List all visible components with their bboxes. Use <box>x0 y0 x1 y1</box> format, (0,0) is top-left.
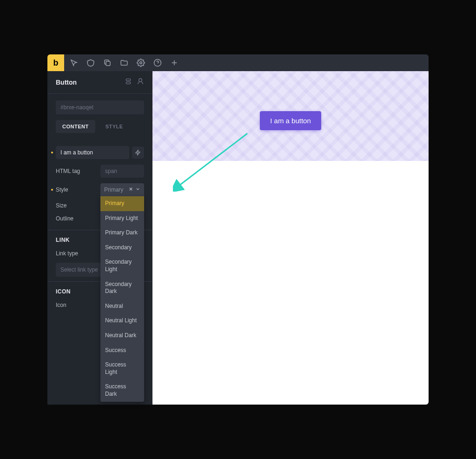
top-toolbar: b <box>47 54 429 71</box>
structure-icon[interactable] <box>125 78 132 87</box>
cursor-icon[interactable] <box>66 54 82 71</box>
panel-header: Button <box>47 71 152 94</box>
style-row: Style Primary PrimaryPrimary LightPrimar… <box>47 180 152 199</box>
copy-icon[interactable] <box>99 54 115 71</box>
help-icon[interactable] <box>150 54 165 71</box>
clear-icon[interactable] <box>128 186 133 193</box>
style-select[interactable]: Primary PrimaryPrimary LightPrimary Dark… <box>100 183 144 196</box>
toolbar-icons <box>64 54 182 71</box>
style-option[interactable]: Neutral Light <box>100 313 144 328</box>
sidebar-panel: Button #brxe-naoqet CONTENT STYLE <box>47 71 152 405</box>
svg-rect-6 <box>126 79 130 81</box>
svg-point-1 <box>140 62 142 64</box>
css-icon[interactable] <box>83 54 99 71</box>
app-logo[interactable]: b <box>47 54 64 71</box>
style-option[interactable]: Secondary Light <box>100 255 144 277</box>
text-field-row: I am a button <box>47 143 152 162</box>
html-tag-select[interactable]: span <box>100 165 144 178</box>
conditions-icon[interactable] <box>137 78 144 87</box>
style-option[interactable]: Primary Dark <box>100 226 144 240</box>
svg-rect-0 <box>106 61 110 66</box>
app-window: b <box>47 54 429 405</box>
button-preview[interactable]: I am a button <box>260 111 321 130</box>
canvas-preview: I am a button <box>152 71 429 405</box>
style-option[interactable]: Primary Light <box>100 211 144 226</box>
style-option[interactable]: Neutral Dark <box>100 328 144 343</box>
tab-style[interactable]: STYLE <box>99 120 130 133</box>
dynamic-data-button[interactable] <box>132 146 144 159</box>
class-input[interactable]: #brxe-naoqet <box>56 100 144 114</box>
html-tag-label: HTML tag <box>56 168 100 174</box>
svg-rect-7 <box>126 82 130 84</box>
modified-dot <box>51 189 53 191</box>
style-label: Style <box>56 186 100 193</box>
style-option[interactable]: Success Dark <box>100 379 144 401</box>
svg-point-8 <box>139 79 142 82</box>
panel-tabs: CONTENT STYLE <box>47 120 152 139</box>
style-option[interactable]: Neutral <box>100 299 144 314</box>
folder-icon[interactable] <box>116 54 132 71</box>
style-option[interactable]: Primary <box>100 196 144 211</box>
panel-icons <box>125 78 144 87</box>
main-area: Button #brxe-naoqet CONTENT STYLE <box>47 71 429 405</box>
canvas-section[interactable]: I am a button <box>152 71 429 161</box>
text-input[interactable]: I am a button <box>56 146 129 159</box>
gear-icon[interactable] <box>133 54 149 71</box>
style-option[interactable]: Success <box>100 343 144 358</box>
element-name: Button <box>56 79 77 86</box>
html-tag-row: HTML tag span <box>47 162 152 180</box>
tab-content[interactable]: CONTENT <box>56 120 95 133</box>
modified-dot <box>51 152 53 153</box>
plus-icon[interactable] <box>166 54 182 71</box>
content-fields: I am a button HTML tag span Style Primar… <box>47 139 152 316</box>
style-option[interactable]: Success Light <box>100 358 144 379</box>
chevron-down-icon[interactable] <box>135 186 140 193</box>
style-select-value: Primary <box>104 186 123 193</box>
style-option[interactable]: Secondary Dark <box>100 277 144 299</box>
style-dropdown: PrimaryPrimary LightPrimary DarkSecondar… <box>100 196 144 402</box>
style-option[interactable]: Secondary <box>100 240 144 255</box>
